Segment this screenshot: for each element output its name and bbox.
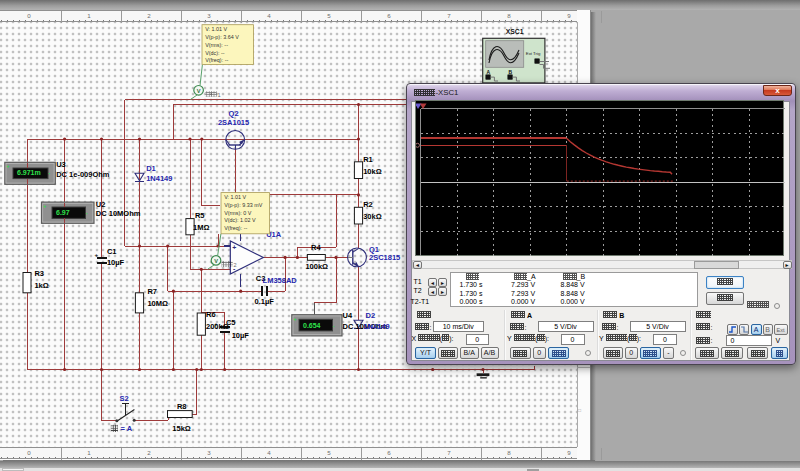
svg-text:V: 1.01 V: V: 1.01 V — [205, 26, 227, 32]
svg-text:10MΩ: 10MΩ — [147, 299, 168, 308]
svg-text:R1: R1 — [363, 155, 373, 164]
svg-text:V(p-p): 9.33 mV: V(p-p): 9.33 mV — [224, 202, 262, 208]
svg-text:10µF: 10µF — [107, 258, 125, 267]
svg-text:10µF: 10µF — [232, 331, 250, 340]
svg-text:0.654: 0.654 — [303, 322, 321, 329]
svg-text:LM358AD: LM358AD — [263, 276, 298, 285]
svg-text:B: B — [509, 69, 513, 75]
svg-text:+: + — [294, 316, 297, 322]
svg-text:0.1µF: 0.1µF — [255, 297, 275, 306]
svg-text:R4: R4 — [311, 243, 321, 252]
svg-text:V(rms): 0 V: V(rms): 0 V — [224, 210, 252, 216]
svg-text:1: 1 — [217, 92, 220, 98]
svg-text:1MΩ: 1MΩ — [193, 223, 209, 232]
svg-text:V(dc): 1.02 V: V(dc): 1.02 V — [224, 217, 256, 223]
svg-text:U3: U3 — [56, 160, 66, 169]
svg-text:+: + — [232, 244, 236, 251]
svg-text:R6: R6 — [206, 310, 216, 319]
svg-text:Ext Trig: Ext Trig — [526, 51, 541, 56]
svg-text:V: V — [214, 258, 218, 264]
svg-text:C1: C1 — [107, 247, 117, 256]
svg-text:R2: R2 — [363, 200, 373, 209]
svg-text:R5: R5 — [195, 211, 205, 220]
svg-text:2: 2 — [233, 262, 236, 268]
svg-text:V: V — [197, 88, 201, 94]
svg-text:Q2: Q2 — [229, 109, 239, 118]
svg-text:V(dc): --: V(dc): -- — [205, 50, 225, 56]
svg-text:R7: R7 — [147, 287, 157, 296]
svg-text:V(freq): --: V(freq): -- — [205, 57, 228, 63]
svg-text:30kΩ: 30kΩ — [363, 212, 382, 221]
svg-text:+: + — [43, 203, 46, 209]
svg-text:C5: C5 — [226, 318, 236, 327]
svg-text:V(p-p): 3.64 V: V(p-p): 3.64 V — [205, 34, 239, 40]
svg-text:+: + — [7, 163, 10, 169]
svg-text:DC 1e-009Ohm: DC 1e-009Ohm — [56, 170, 110, 179]
svg-text:= A: = A — [121, 424, 133, 433]
svg-text:1N4149: 1N4149 — [364, 322, 390, 331]
svg-text:R8: R8 — [177, 402, 187, 411]
svg-text:100kΩ: 100kΩ — [305, 262, 328, 271]
svg-text:V(rms): --: V(rms): -- — [205, 42, 228, 48]
svg-text:6.971m: 6.971m — [17, 169, 41, 176]
svg-text:2SA1015: 2SA1015 — [218, 118, 249, 127]
svg-text:D2: D2 — [366, 311, 376, 320]
svg-text:2SC1815: 2SC1815 — [369, 253, 400, 262]
svg-text:D1: D1 — [146, 164, 156, 173]
svg-text:U4: U4 — [343, 311, 353, 320]
svg-text:V(freq): --: V(freq): -- — [224, 225, 247, 231]
svg-text:R3: R3 — [34, 269, 44, 278]
svg-text:10kΩ: 10kΩ — [363, 167, 382, 176]
svg-text:1kΩ: 1kΩ — [34, 281, 48, 290]
svg-text:V: 1.01 V: V: 1.01 V — [224, 194, 246, 200]
svg-text:+: + — [95, 252, 99, 258]
svg-text:1N4149: 1N4149 — [146, 174, 172, 183]
svg-text:DC 10MOhm: DC 10MOhm — [96, 209, 141, 218]
svg-text:A: A — [487, 69, 491, 75]
svg-text:U2: U2 — [96, 200, 106, 209]
svg-text:15kΩ: 15kΩ — [172, 424, 191, 433]
svg-text:S2: S2 — [119, 394, 128, 403]
svg-text:XSC1: XSC1 — [506, 28, 524, 35]
svg-text:6.97: 6.97 — [56, 209, 70, 216]
